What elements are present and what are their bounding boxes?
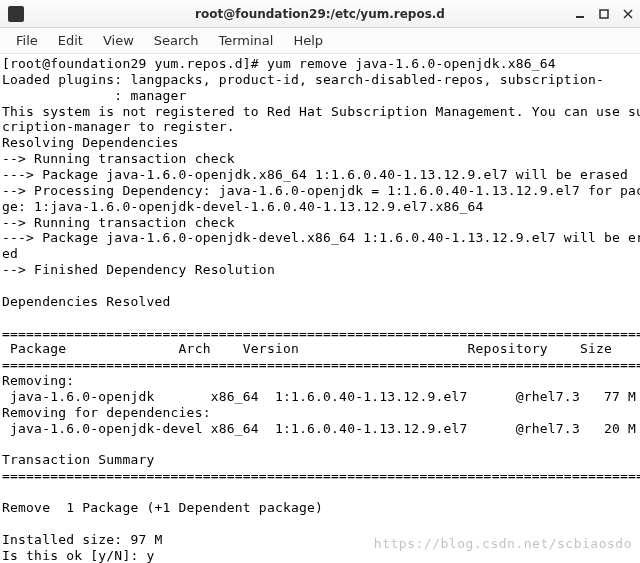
terminal-output[interactable]: [root@foundation29 yum.repos.d]# yum rem… [0, 54, 640, 563]
output-line: --> Running transaction check [2, 151, 235, 166]
window-title: root@foundation29:/etc/yum.repos.d [195, 7, 445, 21]
window-controls [574, 8, 634, 20]
menu-view[interactable]: View [93, 29, 144, 52]
section-label: Removing: [2, 373, 74, 388]
maximize-icon [599, 9, 609, 19]
section-label: Removing for dependencies: [2, 405, 211, 420]
separator: ========================================… [2, 357, 640, 372]
confirm-prompt: Is this ok [y/N]: y [2, 548, 155, 563]
section-label: Transaction Summary [2, 452, 155, 467]
output-line: ---> Package java-1.6.0-openjdk.x86_64 1… [2, 167, 628, 182]
terminal-app-icon [8, 6, 24, 22]
output-line: Remove 1 Package (+1 Dependent package) [2, 500, 323, 515]
menu-search[interactable]: Search [144, 29, 209, 52]
menu-terminal[interactable]: Terminal [208, 29, 283, 52]
minimize-icon [575, 9, 585, 19]
table-row: java-1.6.0-openjdk x86_64 1:1.6.0.40-1.1… [2, 389, 636, 404]
minimize-button[interactable] [574, 8, 586, 20]
output-line: Resolving Dependencies [2, 135, 179, 150]
window-titlebar: root@foundation29:/etc/yum.repos.d [0, 0, 640, 28]
output-line: Dependencies Resolved [2, 294, 171, 309]
table-header: Package Arch Version Repository Size [2, 341, 612, 356]
output-line: This system is not registered to Red Hat… [2, 104, 640, 135]
separator: ========================================… [2, 468, 640, 483]
output-line: Loaded plugins: langpacks, product-id, s… [2, 72, 604, 87]
output-line: --> Running transaction check [2, 215, 235, 230]
close-icon [623, 9, 633, 19]
output-line: : manager [2, 88, 187, 103]
svg-rect-1 [600, 10, 608, 18]
output-line: --> Finished Dependency Resolution [2, 262, 275, 277]
menu-edit[interactable]: Edit [48, 29, 93, 52]
separator: ========================================… [2, 326, 640, 341]
close-button[interactable] [622, 8, 634, 20]
table-row: java-1.6.0-openjdk-devel x86_64 1:1.6.0.… [2, 421, 636, 436]
output-line: Installed size: 97 M [2, 532, 163, 547]
menu-help[interactable]: Help [283, 29, 333, 52]
menu-file[interactable]: File [6, 29, 48, 52]
menubar: File Edit View Search Terminal Help [0, 28, 640, 54]
command-text: yum remove java-1.6.0-openjdk.x86_64 [267, 56, 556, 71]
output-line: ---> Package java-1.6.0-openjdk-devel.x8… [2, 230, 640, 261]
prompt: [root@foundation29 yum.repos.d]# [2, 56, 267, 71]
maximize-button[interactable] [598, 8, 610, 20]
output-line: --> Processing Dependency: java-1.6.0-op… [2, 183, 640, 214]
